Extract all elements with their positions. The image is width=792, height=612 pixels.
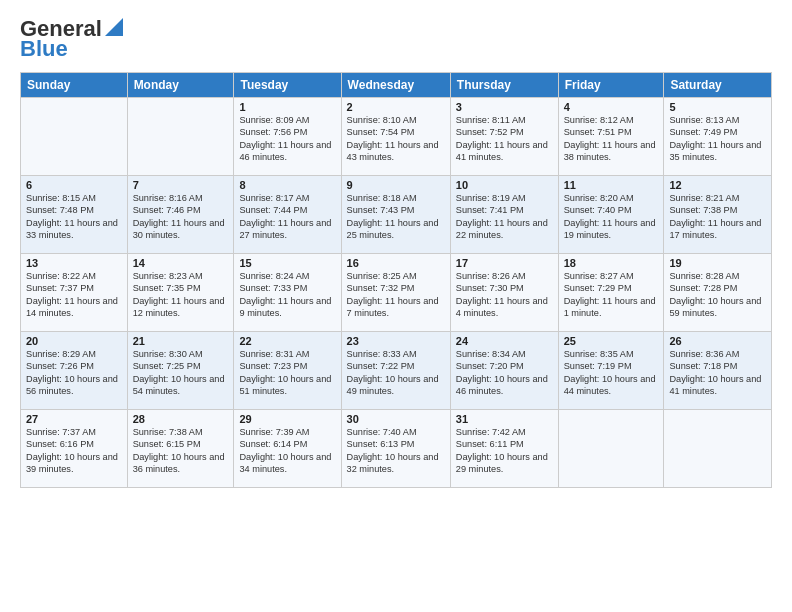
calendar-table: SundayMondayTuesdayWednesdayThursdayFrid… xyxy=(20,72,772,488)
day-info: Sunrise: 8:23 AM Sunset: 7:35 PM Dayligh… xyxy=(133,270,229,320)
day-number: 29 xyxy=(239,413,335,425)
calendar-cell: 28Sunrise: 7:38 AM Sunset: 6:15 PM Dayli… xyxy=(127,410,234,488)
day-number: 14 xyxy=(133,257,229,269)
calendar-cell: 27Sunrise: 7:37 AM Sunset: 6:16 PM Dayli… xyxy=(21,410,128,488)
calendar-cell: 11Sunrise: 8:20 AM Sunset: 7:40 PM Dayli… xyxy=(558,176,664,254)
day-number: 6 xyxy=(26,179,122,191)
calendar-cell: 13Sunrise: 8:22 AM Sunset: 7:37 PM Dayli… xyxy=(21,254,128,332)
day-info: Sunrise: 7:38 AM Sunset: 6:15 PM Dayligh… xyxy=(133,426,229,476)
day-info: Sunrise: 8:36 AM Sunset: 7:18 PM Dayligh… xyxy=(669,348,766,398)
svg-marker-0 xyxy=(105,18,123,36)
day-info: Sunrise: 8:15 AM Sunset: 7:48 PM Dayligh… xyxy=(26,192,122,242)
day-number: 27 xyxy=(26,413,122,425)
calendar-cell: 17Sunrise: 8:26 AM Sunset: 7:30 PM Dayli… xyxy=(450,254,558,332)
col-header-friday: Friday xyxy=(558,73,664,98)
day-info: Sunrise: 8:25 AM Sunset: 7:32 PM Dayligh… xyxy=(347,270,445,320)
day-info: Sunrise: 8:28 AM Sunset: 7:28 PM Dayligh… xyxy=(669,270,766,320)
week-row-5: 27Sunrise: 7:37 AM Sunset: 6:16 PM Dayli… xyxy=(21,410,772,488)
day-info: Sunrise: 8:16 AM Sunset: 7:46 PM Dayligh… xyxy=(133,192,229,242)
day-info: Sunrise: 8:22 AM Sunset: 7:37 PM Dayligh… xyxy=(26,270,122,320)
day-number: 24 xyxy=(456,335,553,347)
day-info: Sunrise: 8:31 AM Sunset: 7:23 PM Dayligh… xyxy=(239,348,335,398)
calendar-cell: 9Sunrise: 8:18 AM Sunset: 7:43 PM Daylig… xyxy=(341,176,450,254)
calendar-cell: 3Sunrise: 8:11 AM Sunset: 7:52 PM Daylig… xyxy=(450,98,558,176)
day-number: 21 xyxy=(133,335,229,347)
col-header-wednesday: Wednesday xyxy=(341,73,450,98)
page: General Blue SundayMondayTuesdayWednesda… xyxy=(0,0,792,498)
calendar-cell: 18Sunrise: 8:27 AM Sunset: 7:29 PM Dayli… xyxy=(558,254,664,332)
day-info: Sunrise: 8:30 AM Sunset: 7:25 PM Dayligh… xyxy=(133,348,229,398)
day-number: 12 xyxy=(669,179,766,191)
day-info: Sunrise: 8:27 AM Sunset: 7:29 PM Dayligh… xyxy=(564,270,659,320)
day-number: 8 xyxy=(239,179,335,191)
calendar-cell xyxy=(664,410,772,488)
day-number: 15 xyxy=(239,257,335,269)
week-row-3: 13Sunrise: 8:22 AM Sunset: 7:37 PM Dayli… xyxy=(21,254,772,332)
calendar-cell: 30Sunrise: 7:40 AM Sunset: 6:13 PM Dayli… xyxy=(341,410,450,488)
calendar-cell: 4Sunrise: 8:12 AM Sunset: 7:51 PM Daylig… xyxy=(558,98,664,176)
calendar-cell: 15Sunrise: 8:24 AM Sunset: 7:33 PM Dayli… xyxy=(234,254,341,332)
day-number: 23 xyxy=(347,335,445,347)
calendar-cell: 5Sunrise: 8:13 AM Sunset: 7:49 PM Daylig… xyxy=(664,98,772,176)
col-header-monday: Monday xyxy=(127,73,234,98)
day-number: 3 xyxy=(456,101,553,113)
calendar-cell: 16Sunrise: 8:25 AM Sunset: 7:32 PM Dayli… xyxy=(341,254,450,332)
calendar-cell xyxy=(558,410,664,488)
col-header-thursday: Thursday xyxy=(450,73,558,98)
header-row: SundayMondayTuesdayWednesdayThursdayFrid… xyxy=(21,73,772,98)
calendar-cell: 7Sunrise: 8:16 AM Sunset: 7:46 PM Daylig… xyxy=(127,176,234,254)
day-number: 7 xyxy=(133,179,229,191)
calendar-cell: 1Sunrise: 8:09 AM Sunset: 7:56 PM Daylig… xyxy=(234,98,341,176)
day-number: 20 xyxy=(26,335,122,347)
day-number: 25 xyxy=(564,335,659,347)
day-number: 31 xyxy=(456,413,553,425)
day-info: Sunrise: 8:17 AM Sunset: 7:44 PM Dayligh… xyxy=(239,192,335,242)
day-info: Sunrise: 8:13 AM Sunset: 7:49 PM Dayligh… xyxy=(669,114,766,164)
day-info: Sunrise: 8:33 AM Sunset: 7:22 PM Dayligh… xyxy=(347,348,445,398)
day-info: Sunrise: 8:29 AM Sunset: 7:26 PM Dayligh… xyxy=(26,348,122,398)
week-row-1: 1Sunrise: 8:09 AM Sunset: 7:56 PM Daylig… xyxy=(21,98,772,176)
day-info: Sunrise: 8:11 AM Sunset: 7:52 PM Dayligh… xyxy=(456,114,553,164)
day-info: Sunrise: 8:21 AM Sunset: 7:38 PM Dayligh… xyxy=(669,192,766,242)
calendar-cell: 21Sunrise: 8:30 AM Sunset: 7:25 PM Dayli… xyxy=(127,332,234,410)
calendar-cell: 20Sunrise: 8:29 AM Sunset: 7:26 PM Dayli… xyxy=(21,332,128,410)
calendar-cell xyxy=(127,98,234,176)
day-number: 19 xyxy=(669,257,766,269)
col-header-tuesday: Tuesday xyxy=(234,73,341,98)
day-info: Sunrise: 7:37 AM Sunset: 6:16 PM Dayligh… xyxy=(26,426,122,476)
day-info: Sunrise: 8:09 AM Sunset: 7:56 PM Dayligh… xyxy=(239,114,335,164)
day-info: Sunrise: 7:39 AM Sunset: 6:14 PM Dayligh… xyxy=(239,426,335,476)
day-info: Sunrise: 8:12 AM Sunset: 7:51 PM Dayligh… xyxy=(564,114,659,164)
header: General Blue xyxy=(20,16,772,62)
day-info: Sunrise: 8:18 AM Sunset: 7:43 PM Dayligh… xyxy=(347,192,445,242)
calendar-cell: 29Sunrise: 7:39 AM Sunset: 6:14 PM Dayli… xyxy=(234,410,341,488)
calendar-cell: 19Sunrise: 8:28 AM Sunset: 7:28 PM Dayli… xyxy=(664,254,772,332)
day-number: 1 xyxy=(239,101,335,113)
logo-triangle-icon xyxy=(103,16,125,38)
day-number: 4 xyxy=(564,101,659,113)
calendar-cell: 12Sunrise: 8:21 AM Sunset: 7:38 PM Dayli… xyxy=(664,176,772,254)
calendar-cell: 14Sunrise: 8:23 AM Sunset: 7:35 PM Dayli… xyxy=(127,254,234,332)
calendar-cell: 22Sunrise: 8:31 AM Sunset: 7:23 PM Dayli… xyxy=(234,332,341,410)
calendar-cell: 2Sunrise: 8:10 AM Sunset: 7:54 PM Daylig… xyxy=(341,98,450,176)
day-number: 28 xyxy=(133,413,229,425)
day-info: Sunrise: 8:35 AM Sunset: 7:19 PM Dayligh… xyxy=(564,348,659,398)
logo-blue: Blue xyxy=(20,36,68,62)
day-number: 9 xyxy=(347,179,445,191)
logo: General Blue xyxy=(20,16,125,62)
day-info: Sunrise: 8:10 AM Sunset: 7:54 PM Dayligh… xyxy=(347,114,445,164)
day-number: 26 xyxy=(669,335,766,347)
calendar-cell: 6Sunrise: 8:15 AM Sunset: 7:48 PM Daylig… xyxy=(21,176,128,254)
calendar-cell: 10Sunrise: 8:19 AM Sunset: 7:41 PM Dayli… xyxy=(450,176,558,254)
day-number: 11 xyxy=(564,179,659,191)
calendar-cell: 25Sunrise: 8:35 AM Sunset: 7:19 PM Dayli… xyxy=(558,332,664,410)
day-number: 16 xyxy=(347,257,445,269)
calendar-cell: 8Sunrise: 8:17 AM Sunset: 7:44 PM Daylig… xyxy=(234,176,341,254)
day-number: 10 xyxy=(456,179,553,191)
calendar-cell xyxy=(21,98,128,176)
day-info: Sunrise: 7:42 AM Sunset: 6:11 PM Dayligh… xyxy=(456,426,553,476)
day-number: 5 xyxy=(669,101,766,113)
calendar-cell: 23Sunrise: 8:33 AM Sunset: 7:22 PM Dayli… xyxy=(341,332,450,410)
week-row-2: 6Sunrise: 8:15 AM Sunset: 7:48 PM Daylig… xyxy=(21,176,772,254)
week-row-4: 20Sunrise: 8:29 AM Sunset: 7:26 PM Dayli… xyxy=(21,332,772,410)
